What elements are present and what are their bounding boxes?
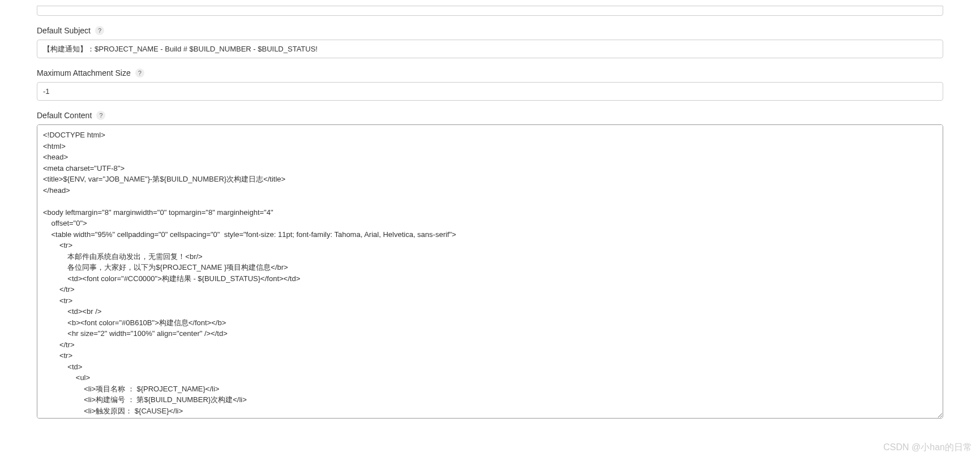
max-attachment-size-label: Maximum Attachment Size — [37, 68, 131, 77]
help-icon[interactable]: ? — [96, 111, 105, 120]
default-content-label: Default Content — [37, 111, 92, 120]
max-attachment-size-label-row: Maximum Attachment Size ? — [37, 68, 943, 77]
default-content-group: Default Content ? — [37, 111, 943, 420]
max-attachment-size-input[interactable] — [37, 82, 943, 101]
default-content-textarea[interactable] — [37, 124, 943, 419]
help-icon[interactable]: ? — [135, 68, 144, 77]
help-icon[interactable]: ? — [95, 26, 104, 35]
previous-field-bottom — [37, 6, 943, 16]
default-subject-group: Default Subject ? — [37, 26, 943, 58]
default-content-label-row: Default Content ? — [37, 111, 943, 120]
default-subject-label-row: Default Subject ? — [37, 26, 943, 35]
default-subject-label: Default Subject — [37, 26, 91, 35]
max-attachment-size-group: Maximum Attachment Size ? — [37, 68, 943, 101]
default-subject-input[interactable] — [37, 40, 943, 58]
